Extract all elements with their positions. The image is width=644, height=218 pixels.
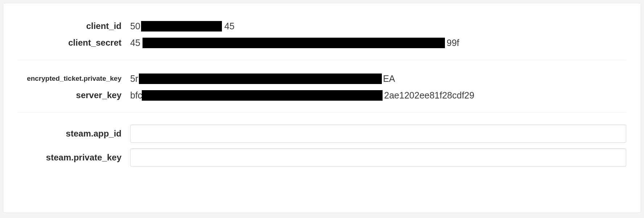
- value-client-id-prefix: 50: [130, 21, 140, 32]
- value-encrypted-ticket-prefix: 5r: [130, 74, 138, 84]
- settings-panel: client_id 50 45 client_secret 45 99f enc…: [3, 3, 641, 213]
- section-steam: steam.app_id steam.private_key: [18, 119, 626, 179]
- value-client-secret: 45 99f: [130, 38, 626, 48]
- value-encrypted-ticket-suffix: EA: [383, 74, 395, 84]
- value-server-key-prefix: bfc: [130, 90, 142, 101]
- redaction-client-id: [141, 21, 222, 32]
- row-client-secret: client_secret 45 99f: [18, 34, 626, 51]
- label-client-secret: client_secret: [18, 38, 130, 48]
- label-server-key: server_key: [18, 90, 130, 100]
- value-server-key-suffix: 2ae1202ee81f28cdf29: [384, 90, 474, 101]
- label-encrypted-ticket: encrypted_ticket.private_key: [18, 75, 130, 83]
- redaction-client-secret: [143, 38, 445, 48]
- redaction-encrypted-ticket: [139, 74, 382, 84]
- value-client-id-suffix: 45: [224, 21, 235, 32]
- label-client-id: client_id: [18, 21, 130, 31]
- value-client-secret-prefix: 45: [130, 38, 140, 48]
- input-steam-private-key[interactable]: [130, 148, 626, 167]
- row-steam-private-key: steam.private_key: [18, 147, 626, 168]
- label-steam-app-id: steam.app_id: [18, 129, 130, 139]
- input-steam-app-id[interactable]: [130, 125, 626, 143]
- label-steam-private-key: steam.private_key: [18, 152, 130, 163]
- value-server-key: bfc 2ae1202ee81f28cdf29: [130, 90, 626, 101]
- value-client-secret-suffix: 99f: [447, 38, 459, 48]
- row-server-key: server_key bfc 2ae1202ee81f28cdf29: [18, 87, 626, 104]
- row-steam-app-id: steam.app_id: [18, 123, 626, 144]
- row-encrypted-ticket: encrypted_ticket.private_key 5r EA: [18, 70, 626, 87]
- row-client-id: client_id 50 45: [18, 18, 626, 34]
- redaction-server-key: [142, 90, 383, 101]
- section-client-credentials: client_id 50 45 client_secret 45 99f: [18, 14, 626, 60]
- value-client-id: 50 45: [130, 21, 626, 32]
- section-ticket-server: encrypted_ticket.private_key 5r EA serve…: [18, 67, 626, 113]
- value-encrypted-ticket: 5r EA: [130, 74, 626, 84]
